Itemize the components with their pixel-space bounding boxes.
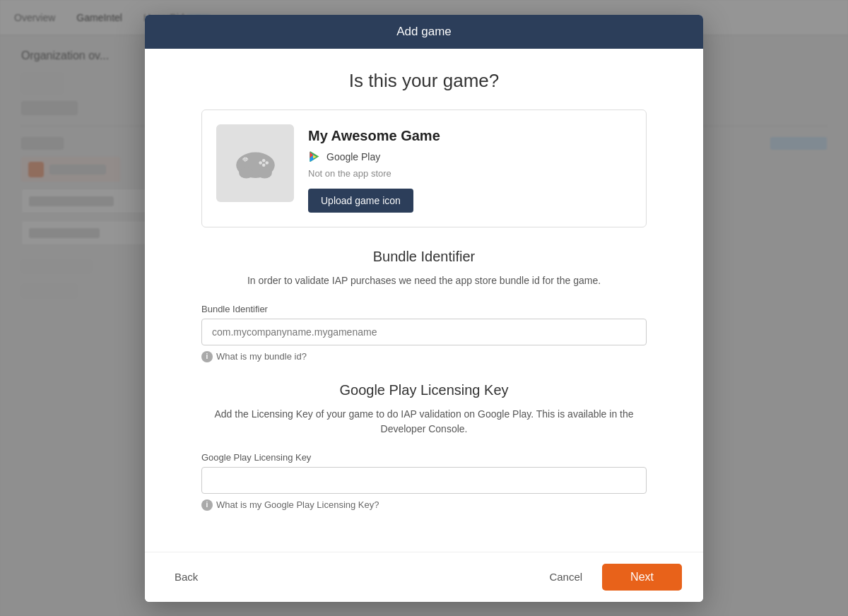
footer-right: Cancel Next	[541, 564, 682, 591]
svg-point-5	[261, 159, 265, 162]
store-label: Google Play	[326, 151, 380, 162]
licensing-help-row: i What is my Google Play Licensing Key?	[201, 499, 647, 511]
svg-point-10	[257, 167, 272, 179]
game-name: My Awesome Game	[308, 128, 632, 144]
bundle-section-desc: In order to validate IAP purchases we ne…	[201, 273, 647, 288]
next-button[interactable]: Next	[602, 564, 682, 591]
add-game-modal: Add game Is this your game?	[145, 15, 703, 602]
licensing-key-input[interactable]	[201, 467, 647, 494]
licensing-help-text: What is my Google Play Licensing Key?	[216, 499, 379, 510]
modal-overlay: Add game Is this your game?	[0, 0, 848, 616]
svg-rect-4	[244, 158, 245, 162]
bundle-help-icon: i	[201, 351, 213, 362]
bundle-field-label: Bundle Identifier	[201, 304, 647, 314]
svg-point-6	[265, 161, 269, 165]
bundle-help-row: i What is my bundle id?	[201, 351, 647, 362]
bundle-identifier-input[interactable]	[201, 319, 647, 345]
bundle-help-text: What is my bundle id?	[216, 351, 307, 362]
licensing-section-title: Google Play Licensing Key	[201, 382, 647, 398]
game-info: My Awesome Game Google Play	[308, 124, 632, 213]
licensing-field-label: Google Play Licensing Key	[201, 452, 647, 463]
not-on-store-text: Not on the app store	[308, 168, 632, 179]
back-button[interactable]: Back	[166, 565, 206, 588]
modal-footer: Back Cancel Next	[145, 552, 703, 602]
svg-point-9	[239, 167, 254, 179]
modal-header: Add game	[145, 15, 703, 49]
cancel-button[interactable]: Cancel	[541, 565, 591, 588]
google-play-icon	[308, 150, 322, 164]
svg-point-7	[261, 163, 265, 167]
modal-body: Is this your game?	[145, 49, 703, 552]
store-row: Google Play	[308, 150, 632, 164]
licensing-help-icon: i	[201, 499, 213, 511]
modal-question-title: Is this your game?	[201, 70, 647, 92]
svg-point-8	[259, 161, 262, 165]
modal-header-title: Add game	[396, 25, 452, 38]
game-card: My Awesome Game Google Play	[201, 109, 647, 227]
game-icon-placeholder	[216, 124, 294, 202]
licensing-section-desc: Add the Licensing Key of your game to do…	[201, 407, 647, 437]
bundle-section-title: Bundle Identifier	[201, 249, 647, 265]
gamepad-icon	[232, 140, 278, 186]
upload-icon-button[interactable]: Upload game icon	[308, 189, 413, 213]
